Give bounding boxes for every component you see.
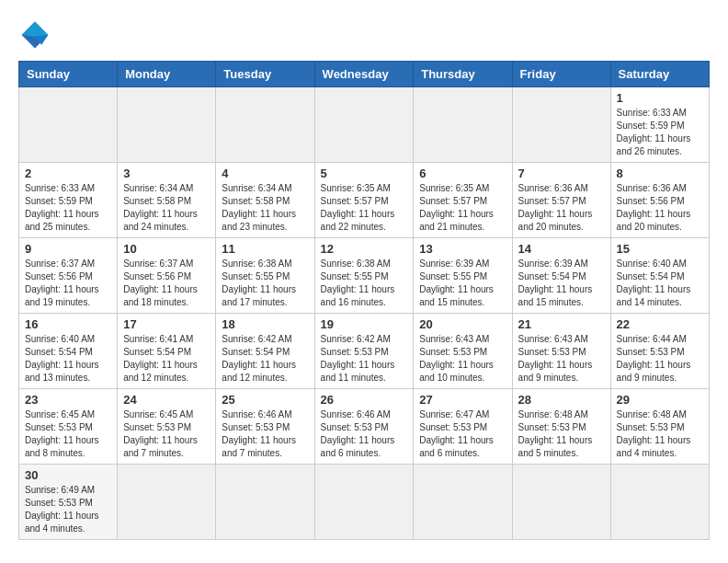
weekday-header-friday: Friday [512,62,610,87]
calendar-day-1: 1Sunrise: 6:33 AM Sunset: 5:59 PM Daylig… [610,87,709,163]
calendar-week-row: 2Sunrise: 6:33 AM Sunset: 5:59 PM Daylig… [19,163,710,238]
day-info: Sunrise: 6:39 AM Sunset: 5:55 PM Dayligh… [419,258,506,309]
day-info: Sunrise: 6:39 AM Sunset: 5:54 PM Dayligh… [518,258,605,309]
day-number: 28 [518,393,605,407]
day-info: Sunrise: 6:48 AM Sunset: 5:53 PM Dayligh… [617,408,703,460]
day-number: 11 [222,242,308,256]
day-number: 2 [25,167,111,180]
weekday-header-wednesday: Wednesday [314,62,414,87]
calendar-week-row: 9Sunrise: 6:37 AM Sunset: 5:56 PM Daylig… [19,238,710,314]
calendar-day-28: 28Sunrise: 6:48 AM Sunset: 5:53 PM Dayli… [512,389,610,465]
calendar-day-19: 19Sunrise: 6:42 AM Sunset: 5:53 PM Dayli… [314,314,414,389]
calendar-day-21: 21Sunrise: 6:43 AM Sunset: 5:53 PM Dayli… [512,314,610,389]
day-info: Sunrise: 6:35 AM Sunset: 5:57 PM Dayligh… [321,182,408,234]
day-number: 29 [617,393,703,407]
day-info: Sunrise: 6:42 AM Sunset: 5:54 PM Dayligh… [222,333,308,385]
day-info: Sunrise: 6:34 AM Sunset: 5:58 PM Dayligh… [222,182,308,234]
calendar-day-empty [512,465,610,540]
day-number: 1 [617,91,703,105]
day-info: Sunrise: 6:33 AM Sunset: 5:59 PM Dayligh… [25,182,111,234]
calendar-day-20: 20Sunrise: 6:43 AM Sunset: 5:53 PM Dayli… [414,314,512,389]
calendar-day-15: 15Sunrise: 6:40 AM Sunset: 5:54 PM Dayli… [610,238,709,314]
calendar-day-3: 3Sunrise: 6:34 AM Sunset: 5:58 PM Daylig… [118,163,216,238]
day-info: Sunrise: 6:46 AM Sunset: 5:53 PM Dayligh… [321,408,408,460]
calendar-day-25: 25Sunrise: 6:46 AM Sunset: 5:53 PM Dayli… [216,389,314,465]
day-number: 23 [25,393,111,407]
logo-icon [18,18,51,52]
calendar-day-empty [216,87,314,163]
calendar-day-26: 26Sunrise: 6:46 AM Sunset: 5:53 PM Dayli… [314,389,414,465]
calendar-day-empty [118,87,216,163]
calendar-week-row: 16Sunrise: 6:40 AM Sunset: 5:54 PM Dayli… [19,314,710,389]
logo [18,18,57,52]
calendar-day-14: 14Sunrise: 6:39 AM Sunset: 5:54 PM Dayli… [512,238,610,314]
day-info: Sunrise: 6:48 AM Sunset: 5:53 PM Dayligh… [518,408,605,460]
day-info: Sunrise: 6:42 AM Sunset: 5:53 PM Dayligh… [321,333,408,385]
day-info: Sunrise: 6:35 AM Sunset: 5:57 PM Dayligh… [419,182,506,234]
day-info: Sunrise: 6:44 AM Sunset: 5:53 PM Dayligh… [617,333,703,385]
weekday-header-tuesday: Tuesday [216,62,314,87]
day-number: 6 [419,167,506,180]
day-number: 8 [617,167,703,180]
weekday-header-sunday: Sunday [19,62,118,87]
day-info: Sunrise: 6:40 AM Sunset: 5:54 PM Dayligh… [25,333,111,385]
day-info: Sunrise: 6:38 AM Sunset: 5:55 PM Dayligh… [222,258,308,309]
day-info: Sunrise: 6:38 AM Sunset: 5:55 PM Dayligh… [321,258,408,309]
day-info: Sunrise: 6:41 AM Sunset: 5:54 PM Dayligh… [123,333,210,385]
day-info: Sunrise: 6:37 AM Sunset: 5:56 PM Dayligh… [123,258,210,309]
calendar-day-4: 4Sunrise: 6:34 AM Sunset: 5:58 PM Daylig… [216,163,314,238]
calendar-day-5: 5Sunrise: 6:35 AM Sunset: 5:57 PM Daylig… [314,163,414,238]
calendar-day-30: 30Sunrise: 6:49 AM Sunset: 5:53 PM Dayli… [19,465,118,540]
page-header [18,18,710,52]
day-number: 15 [617,242,703,256]
calendar-day-8: 8Sunrise: 6:36 AM Sunset: 5:56 PM Daylig… [610,163,709,238]
day-info: Sunrise: 6:47 AM Sunset: 5:53 PM Dayligh… [419,408,506,460]
day-info: Sunrise: 6:49 AM Sunset: 5:53 PM Dayligh… [25,484,111,535]
weekday-header-saturday: Saturday [610,62,709,87]
day-number: 26 [321,393,408,407]
calendar-day-29: 29Sunrise: 6:48 AM Sunset: 5:53 PM Dayli… [610,389,709,465]
day-number: 22 [617,317,703,331]
calendar-day-empty [414,465,512,540]
day-info: Sunrise: 6:37 AM Sunset: 5:56 PM Dayligh… [25,258,111,309]
day-number: 3 [123,167,210,180]
calendar-day-empty [216,465,314,540]
calendar-day-empty [314,465,414,540]
calendar-day-27: 27Sunrise: 6:47 AM Sunset: 5:53 PM Dayli… [414,389,512,465]
day-info: Sunrise: 6:45 AM Sunset: 5:53 PM Dayligh… [123,408,210,460]
weekday-header-monday: Monday [118,62,216,87]
calendar-day-18: 18Sunrise: 6:42 AM Sunset: 5:54 PM Dayli… [216,314,314,389]
day-info: Sunrise: 6:43 AM Sunset: 5:53 PM Dayligh… [419,333,506,385]
day-info: Sunrise: 6:43 AM Sunset: 5:53 PM Dayligh… [518,333,605,385]
calendar-day-2: 2Sunrise: 6:33 AM Sunset: 5:59 PM Daylig… [19,163,118,238]
calendar-day-24: 24Sunrise: 6:45 AM Sunset: 5:53 PM Dayli… [118,389,216,465]
calendar-day-empty [414,87,512,163]
calendar-day-9: 9Sunrise: 6:37 AM Sunset: 5:56 PM Daylig… [19,238,118,314]
day-number: 20 [419,317,506,331]
calendar-day-12: 12Sunrise: 6:38 AM Sunset: 5:55 PM Dayli… [314,238,414,314]
weekday-header-row: SundayMondayTuesdayWednesdayThursdayFrid… [19,62,710,87]
calendar-day-empty [19,87,118,163]
calendar-day-17: 17Sunrise: 6:41 AM Sunset: 5:54 PM Dayli… [118,314,216,389]
calendar-day-10: 10Sunrise: 6:37 AM Sunset: 5:56 PM Dayli… [118,238,216,314]
day-number: 21 [518,317,605,331]
day-number: 4 [222,167,308,180]
calendar-day-23: 23Sunrise: 6:45 AM Sunset: 5:53 PM Dayli… [19,389,118,465]
day-number: 13 [419,242,506,256]
calendar-week-row: 1Sunrise: 6:33 AM Sunset: 5:59 PM Daylig… [19,87,710,163]
day-number: 18 [222,317,308,331]
day-info: Sunrise: 6:36 AM Sunset: 5:56 PM Dayligh… [617,182,703,234]
day-info: Sunrise: 6:45 AM Sunset: 5:53 PM Dayligh… [25,408,111,460]
calendar-day-7: 7Sunrise: 6:36 AM Sunset: 5:57 PM Daylig… [512,163,610,238]
calendar-day-11: 11Sunrise: 6:38 AM Sunset: 5:55 PM Dayli… [216,238,314,314]
calendar-day-empty [610,465,709,540]
day-info: Sunrise: 6:33 AM Sunset: 5:59 PM Dayligh… [617,107,703,158]
day-number: 7 [518,167,605,180]
day-number: 12 [321,242,408,256]
weekday-header-thursday: Thursday [414,62,512,87]
day-number: 27 [419,393,506,407]
svg-marker-1 [22,22,49,37]
day-number: 30 [25,468,111,482]
day-number: 25 [222,393,308,407]
calendar-day-22: 22Sunrise: 6:44 AM Sunset: 5:53 PM Dayli… [610,314,709,389]
